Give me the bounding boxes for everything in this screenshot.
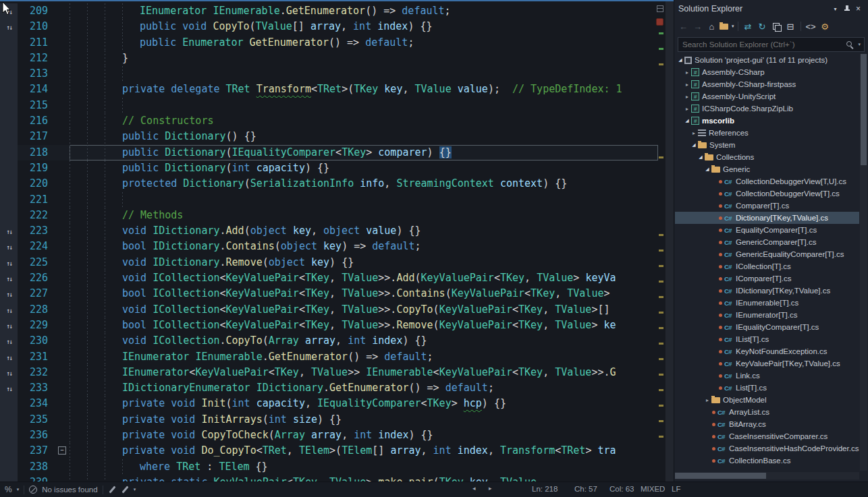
scrollbar-thumb[interactable] bbox=[861, 54, 867, 165]
character-indicator[interactable]: Ch: 57 bbox=[574, 485, 597, 493]
fold-margin-cell[interactable] bbox=[57, 35, 70, 51]
fold-collapse-icon[interactable]: − bbox=[58, 446, 66, 455]
code-line[interactable]: 220protected Dictionary(SerializationInf… bbox=[0, 176, 658, 192]
glyph-margin-cell[interactable]: ↑↓ bbox=[0, 318, 18, 333]
fold-margin-cell[interactable] bbox=[57, 475, 70, 481]
code-line[interactable]: 212} bbox=[0, 51, 658, 66]
line-number[interactable]: 224 bbox=[18, 239, 57, 254]
line-ending-indicator[interactable]: LF bbox=[672, 485, 680, 493]
glyph-margin-cell[interactable]: ↑↓ bbox=[0, 239, 18, 254]
column-indicator[interactable]: Col: 63 bbox=[609, 485, 634, 493]
line-number[interactable]: 235 bbox=[18, 412, 57, 428]
code-line[interactable]: ↑↓209IEnumerator IEnumerable.GetEnumerat… bbox=[0, 3, 658, 19]
tree-item[interactable]: C#KeyNotFoundException.cs bbox=[675, 345, 859, 357]
line-number[interactable]: 216 bbox=[18, 113, 57, 129]
tree-item[interactable]: C#CaseInsensitiveHashCodeProvider.cs bbox=[675, 442, 859, 455]
glyph-margin-cell[interactable]: ↑↓ bbox=[0, 365, 18, 380]
code-line[interactable]: 222// Methods bbox=[0, 208, 658, 223]
glyph-margin-cell[interactable] bbox=[0, 396, 18, 411]
code-line[interactable]: 234private void Init(int capacity, IEqua… bbox=[0, 396, 658, 411]
code-line[interactable]: ↑↓224bool IDictionary.Contains(object ke… bbox=[0, 239, 658, 254]
glyph-margin-cell[interactable]: ↑↓ bbox=[0, 19, 18, 34]
tree-item[interactable]: C#CollectionDebuggerView[T].cs bbox=[675, 187, 859, 200]
code-line[interactable]: ↑↓233IDictionaryEnumerator IDictionary.G… bbox=[0, 380, 658, 396]
code-line[interactable]: 235private void InitArrays(int size) {} bbox=[0, 412, 658, 428]
code-line[interactable]: 214private delegate TRet Transform<TRet>… bbox=[0, 82, 658, 97]
fold-margin-cell[interactable] bbox=[57, 412, 70, 428]
overview-ruler[interactable] bbox=[658, 1, 665, 481]
code-line[interactable]: ↑↓228void ICollection<KeyValuePair<TKey,… bbox=[0, 302, 658, 318]
encoding-indicator[interactable]: MIXED bbox=[641, 485, 665, 493]
tree-item[interactable]: C#Comparer[T].cs bbox=[675, 200, 859, 212]
line-indicator[interactable]: Ln: 218 bbox=[532, 485, 558, 493]
tree-item[interactable]: C#ArrayList.cs bbox=[675, 406, 859, 418]
fold-margin-cell[interactable] bbox=[57, 239, 70, 254]
code-area[interactable]: ↑↓209IEnumerator IEnumerable.GetEnumerat… bbox=[0, 3, 658, 481]
fold-margin-cell[interactable] bbox=[57, 302, 70, 318]
glyph-margin-cell[interactable] bbox=[0, 51, 18, 66]
glyph-margin-cell[interactable] bbox=[0, 160, 18, 176]
fold-margin-cell[interactable] bbox=[57, 66, 70, 82]
line-number[interactable]: 220 bbox=[18, 176, 57, 192]
line-number[interactable]: 227 bbox=[18, 286, 57, 301]
pin-icon[interactable] bbox=[841, 3, 852, 15]
glyph-margin-cell[interactable] bbox=[0, 208, 18, 223]
glyph-margin-cell[interactable] bbox=[0, 66, 18, 82]
glyph-margin-cell[interactable]: ↑↓ bbox=[0, 333, 18, 349]
glyph-margin-cell[interactable] bbox=[0, 176, 18, 192]
code-line[interactable]: ↑↓230void ICollection.CopyTo(Array array… bbox=[0, 333, 658, 349]
highlighter-icon[interactable] bbox=[121, 486, 129, 494]
home-icon[interactable]: ⌂ bbox=[705, 20, 718, 33]
tree-item[interactable]: ◢Solution 'project-gui' (11 of 11 projec… bbox=[675, 54, 859, 66]
fold-margin-cell[interactable] bbox=[57, 176, 70, 192]
code-line[interactable]: ↑↓223void IDictionary.Add(object key, ob… bbox=[0, 223, 658, 239]
search-icon[interactable] bbox=[846, 40, 855, 49]
tree-item[interactable]: ◢System bbox=[675, 139, 859, 151]
glyph-margin-cell[interactable] bbox=[0, 443, 18, 459]
line-number[interactable]: 229 bbox=[18, 318, 57, 333]
fold-margin-cell[interactable]: − bbox=[57, 443, 70, 459]
navigate-back-icon[interactable]: ← bbox=[677, 20, 690, 33]
tree-item[interactable]: C#IEnumerator[T].cs bbox=[675, 309, 859, 321]
se-horizontal-scrollbar[interactable] bbox=[675, 472, 859, 479]
glyph-margin-cell[interactable] bbox=[0, 35, 18, 51]
fold-margin-cell[interactable] bbox=[57, 380, 70, 396]
sync-with-active-document-icon[interactable]: ⇄ bbox=[742, 20, 755, 33]
tree-item[interactable]: ▸Assembly-UnityScript bbox=[675, 90, 859, 103]
tree-item[interactable]: C#CollectionDebuggerView[T,U].cs bbox=[675, 175, 859, 187]
code-line[interactable]: ↑↓227bool ICollection<KeyValuePair<TKey,… bbox=[0, 286, 658, 301]
code-line[interactable]: 219public Dictionary(int capacity) {} bbox=[0, 160, 658, 176]
fold-margin-cell[interactable] bbox=[57, 365, 70, 380]
fold-margin-cell[interactable] bbox=[57, 192, 70, 208]
code-line[interactable]: 217public Dictionary() {} bbox=[0, 129, 658, 144]
fold-margin-cell[interactable] bbox=[57, 286, 70, 301]
line-number[interactable]: 215 bbox=[18, 98, 57, 113]
tree-item[interactable]: ◢Collections bbox=[675, 151, 859, 163]
tree-item[interactable]: C#EqualityComparer[T].cs bbox=[675, 224, 859, 236]
tree-item[interactable]: C#IList[T].cs bbox=[675, 333, 859, 345]
fold-margin-cell[interactable] bbox=[57, 160, 70, 176]
line-number[interactable]: 225 bbox=[18, 255, 57, 270]
line-number[interactable]: 234 bbox=[18, 396, 57, 411]
tree-item[interactable]: ▸ICSharpCode.SharpZipLib bbox=[675, 103, 859, 115]
tree-item[interactable]: C#Link.cs bbox=[675, 370, 859, 382]
glyph-margin-cell[interactable]: ↑↓ bbox=[0, 349, 18, 365]
fold-margin-cell[interactable] bbox=[57, 428, 70, 443]
scrollbar-thumb[interactable] bbox=[675, 473, 766, 479]
code-line[interactable]: ↑↓226void ICollection<KeyValuePair<TKey,… bbox=[0, 270, 658, 286]
fold-margin-cell[interactable] bbox=[57, 333, 70, 349]
navigate-forward-icon[interactable]: → bbox=[691, 20, 704, 33]
fold-margin-cell[interactable] bbox=[57, 459, 70, 475]
refresh-icon[interactable]: ↻ bbox=[756, 20, 769, 33]
tree-item[interactable]: ◢Generic bbox=[675, 163, 859, 175]
line-number[interactable]: 223 bbox=[18, 223, 57, 239]
pen-options-caret-icon[interactable]: ▾ bbox=[134, 487, 136, 492]
code-line[interactable]: ↑↓229bool ICollection<KeyValuePair<TKey,… bbox=[0, 318, 658, 333]
pen-icon[interactable] bbox=[108, 486, 116, 494]
no-issues-icon[interactable] bbox=[29, 486, 37, 494]
tree-item[interactable]: C#CollectionBase.cs bbox=[675, 455, 859, 467]
tree-item[interactable]: C#IComparer[T].cs bbox=[675, 272, 859, 285]
chevron-down-icon[interactable]: ▾ bbox=[830, 3, 841, 15]
close-icon[interactable]: × bbox=[852, 3, 864, 15]
code-line[interactable]: 221 bbox=[0, 192, 658, 208]
